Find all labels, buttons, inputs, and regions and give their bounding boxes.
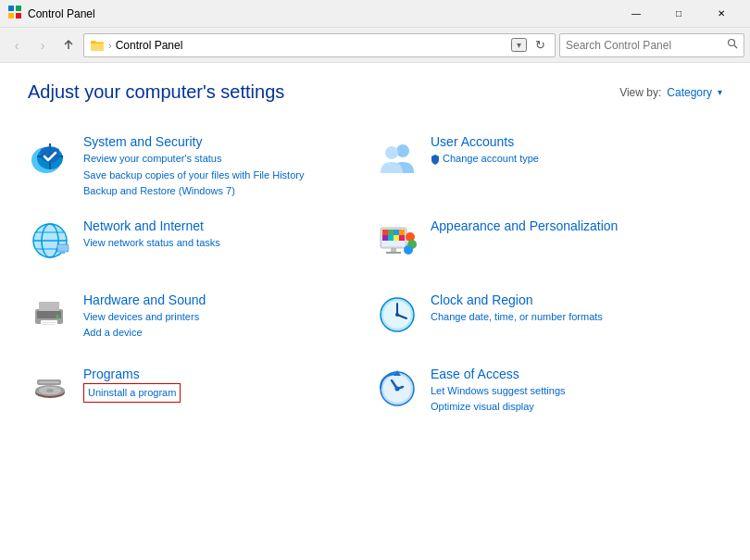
ease-access-title[interactable]: Ease of Access <box>431 367 722 381</box>
svg-rect-20 <box>382 230 388 235</box>
add-device-link[interactable]: Add a device <box>83 325 375 342</box>
user-accounts-title[interactable]: User Accounts <box>431 134 722 149</box>
window-controls: — □ ✕ <box>615 0 743 28</box>
forward-button[interactable]: › <box>31 34 54 56</box>
uninstall-program-link[interactable]: Uninstall a program <box>83 383 181 404</box>
svg-point-9 <box>396 144 409 157</box>
svg-rect-1 <box>16 6 21 11</box>
network-icon <box>28 218 72 263</box>
view-by: View by: Category ▾ <box>619 86 722 99</box>
category-appearance: Appearance and Personalization <box>375 209 722 283</box>
svg-line-6 <box>734 45 737 48</box>
svg-rect-23 <box>399 230 405 235</box>
review-status-link[interactable]: Review your computer's status <box>83 151 375 168</box>
category-ease-access: Ease of Access Let Windows suggest setti… <box>375 357 722 431</box>
minimize-button[interactable]: — <box>615 0 657 28</box>
search-input[interactable] <box>566 39 723 52</box>
category-network: Network and Internet View network status… <box>28 209 375 283</box>
window-title: Control Panel <box>28 7 615 20</box>
user-accounts-icon <box>375 134 419 179</box>
address-text: Control Panel <box>116 39 507 52</box>
system-security-text: System and Security Review your computer… <box>83 134 375 200</box>
address-bar[interactable]: › Control Panel ▾ ↻ <box>83 33 556 57</box>
view-by-value[interactable]: Category <box>667 86 712 99</box>
hardware-icon <box>28 292 72 337</box>
programs-icon <box>28 367 72 411</box>
maximize-button[interactable]: □ <box>657 0 700 28</box>
svg-rect-39 <box>42 322 56 323</box>
category-user-accounts: User Accounts Change account type <box>375 125 722 209</box>
optimize-display-link[interactable]: Optimize visual display <box>431 399 722 416</box>
file-history-link[interactable]: Save backup copies of your files with Fi… <box>83 168 375 184</box>
svg-point-45 <box>395 313 399 317</box>
network-text: Network and Internet View network status… <box>83 218 375 252</box>
up-button[interactable] <box>57 34 80 56</box>
svg-rect-0 <box>8 6 14 11</box>
change-date-link[interactable]: Change date, time, or number formats <box>431 309 722 326</box>
svg-point-5 <box>729 40 735 46</box>
titlebar: Control Panel — □ ✕ <box>0 0 750 28</box>
network-title[interactable]: Network and Internet <box>83 218 375 233</box>
user-accounts-text: User Accounts Change account type <box>431 134 722 168</box>
svg-rect-29 <box>391 248 396 252</box>
svg-rect-16 <box>57 244 69 252</box>
hardware-title[interactable]: Hardware and Sound <box>83 292 375 307</box>
view-by-dropdown-arrow[interactable]: ▾ <box>718 87 722 97</box>
svg-rect-2 <box>8 13 14 19</box>
svg-rect-30 <box>386 252 401 254</box>
svg-point-38 <box>56 315 59 318</box>
svg-point-10 <box>385 146 398 159</box>
back-button[interactable]: ‹ <box>6 34 28 56</box>
svg-rect-36 <box>39 302 59 311</box>
search-bar[interactable] <box>559 33 744 57</box>
ease-access-text: Ease of Access Let Windows suggest setti… <box>431 367 722 416</box>
svg-rect-17 <box>61 252 65 254</box>
backup-restore-link[interactable]: Backup and Restore (Windows 7) <box>83 183 375 200</box>
category-clock: Clock and Region Change date, time, or n… <box>375 283 722 357</box>
navigation-bar: ‹ › › Control Panel ▾ ↻ <box>0 28 750 63</box>
main-content: Adjust your computer's settings View by:… <box>0 63 750 560</box>
hardware-text: Hardware and Sound View devices and prin… <box>83 292 375 342</box>
address-dropdown-button[interactable]: ▾ <box>511 38 527 52</box>
system-security-title[interactable]: System and Security <box>83 134 375 149</box>
network-status-link[interactable]: View network status and tasks <box>83 235 375 252</box>
folder-icon <box>90 38 105 53</box>
windows-suggest-link[interactable]: Let Windows suggest settings <box>431 383 722 400</box>
svg-rect-51 <box>39 381 59 383</box>
svg-point-33 <box>404 245 413 255</box>
clock-text: Clock and Region Change date, time, or n… <box>431 292 722 326</box>
svg-rect-40 <box>42 324 55 325</box>
svg-rect-3 <box>16 13 21 19</box>
svg-rect-27 <box>399 235 405 241</box>
category-programs: Programs Uninstall a program <box>28 357 375 431</box>
ease-access-icon <box>375 367 419 411</box>
appearance-title[interactable]: Appearance and Personalization <box>431 218 722 233</box>
svg-point-57 <box>395 386 400 391</box>
page-header: Adjust your computer's settings View by:… <box>28 81 722 103</box>
svg-rect-26 <box>394 235 399 241</box>
change-account-type-link[interactable]: Change account type <box>431 151 722 168</box>
view-devices-link[interactable]: View devices and printers <box>83 309 375 326</box>
appearance-icon <box>375 218 419 263</box>
app-icon <box>7 5 22 22</box>
svg-rect-24 <box>382 235 388 241</box>
clock-title[interactable]: Clock and Region <box>431 292 722 307</box>
svg-rect-28 <box>382 241 405 246</box>
programs-text: Programs Uninstall a program <box>83 367 375 404</box>
svg-rect-21 <box>388 230 394 235</box>
page-title: Adjust your computer's settings <box>28 81 284 103</box>
category-system-security: System and Security Review your computer… <box>28 125 375 209</box>
close-button[interactable]: ✕ <box>700 0 743 28</box>
system-security-icon <box>28 134 72 179</box>
clock-icon <box>375 292 419 337</box>
appearance-text: Appearance and Personalization <box>431 218 722 235</box>
svg-point-49 <box>46 389 54 392</box>
svg-rect-22 <box>394 230 399 235</box>
search-icon <box>727 38 738 52</box>
svg-rect-25 <box>388 235 394 241</box>
category-hardware: Hardware and Sound View devices and prin… <box>28 283 375 357</box>
categories-grid: System and Security Review your computer… <box>28 125 722 431</box>
refresh-button[interactable]: ↻ <box>531 36 549 55</box>
programs-title[interactable]: Programs <box>83 367 375 381</box>
view-by-label: View by: <box>619 86 661 99</box>
